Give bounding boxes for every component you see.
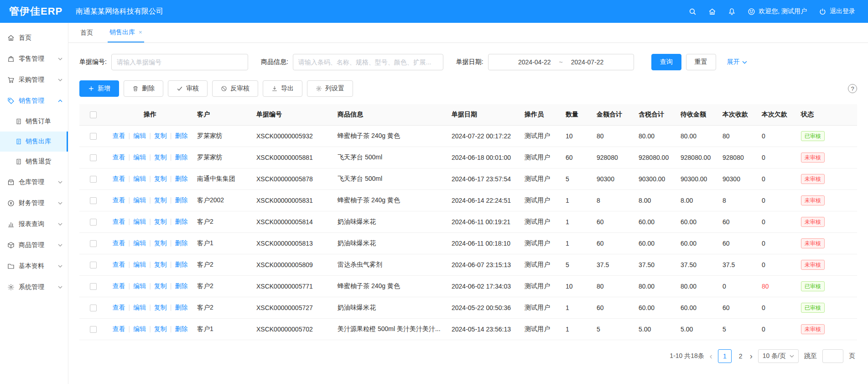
edit-link[interactable]: 编辑	[133, 325, 146, 332]
row-checkbox[interactable]	[90, 240, 97, 247]
sidebar-item-sales-return[interactable]: 销售退货	[0, 152, 68, 172]
delete-link[interactable]: 删除	[175, 261, 187, 268]
view-link[interactable]: 查看	[113, 325, 125, 332]
row-checkbox[interactable]	[90, 176, 97, 183]
delete-link[interactable]: 删除	[175, 218, 187, 225]
edit-link[interactable]: 编辑	[133, 218, 146, 225]
row-checkbox[interactable]	[90, 197, 97, 204]
row-checkbox[interactable]	[90, 154, 97, 161]
sidebar-item-reports[interactable]: 报表查询	[0, 214, 68, 235]
sidebar-item-retail[interactable]: 零售管理	[0, 48, 68, 69]
query-button[interactable]: 查询	[651, 54, 681, 70]
view-link[interactable]: 查看	[113, 304, 125, 311]
copy-link[interactable]: 复制	[154, 325, 167, 332]
next-page-icon[interactable]: ›	[750, 352, 753, 360]
row-checkbox[interactable]	[90, 305, 97, 311]
chevron-up-icon	[58, 100, 62, 102]
table-row: 查看|编辑|复制|删除 罗莱家纺 XSCK00000005932 蜂蜜柚子茶 2…	[79, 125, 857, 147]
delete-link[interactable]: 删除	[175, 282, 187, 289]
view-link[interactable]: 查看	[113, 175, 125, 182]
row-checkbox[interactable]	[90, 262, 97, 268]
sidebar-item-home[interactable]: 首页	[0, 27, 68, 48]
date-from-value[interactable]: 2024-04-22	[518, 58, 551, 66]
view-link[interactable]: 查看	[113, 239, 125, 247]
sidebar-item-system[interactable]: 系统管理	[0, 277, 68, 298]
row-checkbox[interactable]	[90, 219, 97, 226]
jump-page-input[interactable]	[822, 349, 843, 363]
sidebar-item-sales-outbound[interactable]: 销售出库	[0, 132, 68, 152]
edit-link[interactable]: 编辑	[133, 175, 146, 182]
reset-button[interactable]: 重置	[686, 54, 716, 70]
view-link[interactable]: 查看	[113, 132, 125, 139]
audit-button[interactable]: 审核	[168, 80, 208, 97]
copy-link[interactable]: 复制	[154, 132, 167, 139]
copy-link[interactable]: 复制	[154, 304, 167, 311]
sidebar-item-basic-data[interactable]: 基本资料	[0, 256, 68, 277]
view-link[interactable]: 查看	[113, 261, 125, 268]
edit-link[interactable]: 编辑	[133, 196, 146, 204]
copy-link[interactable]: 复制	[154, 282, 167, 289]
sidebar-item-warehouse[interactable]: 仓库管理	[0, 172, 68, 193]
logout-button[interactable]: 退出登录	[819, 7, 855, 16]
search-icon[interactable]	[689, 8, 696, 16]
column-settings-button[interactable]: 列设置	[307, 80, 353, 97]
edit-link[interactable]: 编辑	[133, 132, 146, 139]
page-size-select[interactable]: 10 条/页	[758, 349, 799, 363]
edit-link[interactable]: 编辑	[133, 153, 146, 161]
sidebar-item-sales[interactable]: 销售管理	[0, 90, 68, 111]
copy-link[interactable]: 复制	[154, 153, 167, 161]
view-link[interactable]: 查看	[113, 282, 125, 289]
copy-link[interactable]: 复制	[154, 261, 167, 268]
bell-icon[interactable]	[728, 8, 736, 16]
edit-link[interactable]: 编辑	[133, 239, 146, 247]
sidebar-item-purchase[interactable]: 采购管理	[0, 69, 68, 90]
copy-link[interactable]: 复制	[154, 175, 167, 182]
view-link[interactable]: 查看	[113, 196, 125, 204]
select-all-checkbox[interactable]	[90, 111, 97, 118]
help-icon[interactable]: ?	[848, 84, 857, 93]
date-range-picker[interactable]: 2024-04-22 ~ 2024-07-22	[488, 54, 634, 70]
page-2-button[interactable]: 2	[737, 352, 744, 360]
row-checkbox[interactable]	[90, 133, 97, 140]
view-link[interactable]: 查看	[113, 218, 125, 225]
sidebar-item-sales-order[interactable]: 销售订单	[0, 111, 68, 132]
expand-filters-link[interactable]: 展开	[727, 58, 747, 66]
edit-link[interactable]: 编辑	[133, 261, 146, 268]
debt-cell: 0	[758, 147, 797, 168]
page-1-button[interactable]: 1	[718, 349, 732, 363]
delete-link[interactable]: 删除	[175, 175, 187, 182]
delete-link[interactable]: 删除	[175, 196, 187, 204]
prev-page-icon[interactable]: ‹	[710, 352, 712, 360]
date-to-value[interactable]: 2024-07-22	[571, 58, 604, 66]
copy-link[interactable]: 复制	[154, 196, 167, 204]
tab-home[interactable]: 首页	[78, 23, 95, 42]
sidebar-item-finance[interactable]: 财务管理	[0, 193, 68, 214]
edit-link[interactable]: 编辑	[133, 304, 146, 311]
delete-link[interactable]: 删除	[175, 325, 187, 332]
chevron-down-icon	[58, 58, 62, 60]
add-button[interactable]: 新增	[79, 80, 119, 97]
row-checkbox[interactable]	[90, 283, 97, 290]
sidebar-item-products[interactable]: 商品管理	[0, 235, 68, 256]
home-icon[interactable]	[708, 8, 716, 16]
delete-button[interactable]: 删除	[124, 80, 163, 97]
delete-link[interactable]: 删除	[175, 304, 187, 311]
logout-label: 退出登录	[830, 7, 855, 16]
copy-link[interactable]: 复制	[154, 239, 167, 247]
delete-link[interactable]: 删除	[175, 239, 187, 247]
close-tab-icon[interactable]: ×	[139, 29, 142, 36]
tab-sales-outbound[interactable]: 销售出库 ×	[108, 23, 144, 42]
edit-link[interactable]: 编辑	[133, 282, 146, 289]
delete-link[interactable]: 删除	[175, 153, 187, 161]
product-info-input[interactable]	[293, 54, 443, 70]
user-menu[interactable]: 欢迎您, 测试用户	[748, 7, 807, 16]
delete-link[interactable]: 删除	[175, 132, 187, 139]
unaudit-button[interactable]: 反审核	[212, 80, 258, 97]
amount-cell: 60	[593, 232, 635, 254]
doc-no-input[interactable]	[111, 54, 248, 70]
customer-cell: 客户1	[193, 232, 253, 254]
copy-link[interactable]: 复制	[154, 218, 167, 225]
view-link[interactable]: 查看	[113, 153, 125, 161]
export-button[interactable]: 导出	[263, 80, 302, 97]
row-checkbox[interactable]	[90, 326, 97, 333]
